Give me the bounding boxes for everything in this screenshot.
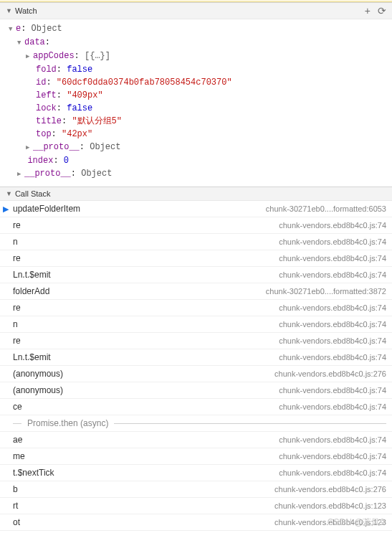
tree-row[interactable]: ▼e: Object	[0, 22, 392, 36]
tree-row[interactable]: fold: false	[0, 63, 392, 76]
frame-location: chunk-vendors.ebd8b4c0.js:74	[279, 402, 386, 411]
tree-row[interactable]: ▶__proto__: Object	[0, 141, 392, 154]
frame-location: chunk-vendors.ebd8b4c0.js:123	[274, 501, 386, 510]
watch-body: ▼e: Object ▼data: ▶appCodes: [{…}] fold:…	[0, 19, 392, 187]
stack-frame[interactable]: Ln.t.$emitchunk-vendors.ebd8b4c0.js:74	[0, 267, 392, 283]
frame-function: ot	[13, 517, 274, 527]
frame-location: chunk-vendors.ebd8b4c0.js:74	[279, 386, 386, 395]
expand-icon[interactable]: ▼	[17, 37, 24, 49]
refresh-icon[interactable]: ⟳	[378, 5, 386, 16]
frame-location: chunk-vendors.ebd8b4c0.js:74	[279, 270, 386, 279]
tree-row[interactable]: ▶appCodes: [{…}]	[0, 49, 392, 63]
stack-frame[interactable]: rechunk-vendors.ebd8b4c0.js:74	[0, 333, 392, 349]
frame-function: ae	[13, 435, 279, 445]
stack-frame[interactable]: rechunk-vendors.ebd8b4c0.js:74	[0, 300, 392, 316]
frame-location: chunk-vendors.ebd8b4c0.js:74	[279, 452, 386, 461]
expand-icon[interactable]: ▶	[26, 142, 33, 154]
collapse-icon[interactable]: ▼	[6, 190, 12, 197]
collapse-icon[interactable]: ▼	[6, 7, 12, 14]
async-marker: Promise.then (async)	[0, 415, 392, 432]
frame-function: updateFolderItem	[13, 204, 266, 214]
add-watch-icon[interactable]: +	[365, 5, 371, 16]
frame-function: rt	[13, 501, 274, 511]
stack-frame[interactable]: nchunk-vendors.ebd8b4c0.js:74	[0, 234, 392, 250]
frame-function: re	[13, 303, 279, 313]
frame-location: chunk-vendors.ebd8b4c0.js:74	[279, 237, 386, 246]
frame-location: chunk-vendors.ebd8b4c0.js:74	[279, 468, 386, 477]
frame-function: Ln.t.$emit	[13, 270, 279, 280]
tree-row[interactable]: ▶__proto__: Object	[0, 167, 392, 181]
stack-frame[interactable]: (anonymous)chunk-vendors.ebd8b4c0.js:276	[0, 366, 392, 382]
tree-row[interactable]: top: "42px"	[0, 128, 392, 141]
callstack-body: ▶updateFolderItemchunk-30271eb0....forma…	[0, 201, 392, 415]
frame-function: t.$nextTick	[13, 468, 279, 478]
tree-row[interactable]: ▼data:	[0, 36, 392, 49]
frame-function: ce	[13, 402, 279, 412]
frame-function: (anonymous)	[13, 369, 274, 379]
frame-location: chunk-vendors.ebd8b4c0.js:276	[274, 485, 386, 494]
frame-function: me	[13, 451, 279, 461]
frame-function: n	[13, 319, 279, 329]
stack-frame[interactable]: folderAddchunk-30271eb0....formatted:387…	[0, 283, 392, 300]
frame-function: n	[13, 237, 279, 247]
stack-frame[interactable]: ▶updateFolderItemchunk-30271eb0....forma…	[0, 201, 392, 217]
frame-location: chunk-vendors.ebd8b4c0.js:74	[279, 320, 386, 329]
stack-frame[interactable]: Ln.t.$emitchunk-vendors.ebd8b4c0.js:74	[0, 349, 392, 366]
current-frame-icon: ▶	[3, 204, 9, 214]
tree-row[interactable]: left: "409px"	[0, 89, 392, 102]
frame-location: chunk-30271eb0....formatted:3872	[266, 287, 386, 296]
tree-row[interactable]: title: "默认分组5"	[0, 115, 392, 128]
tree-row[interactable]: lock: false	[0, 102, 392, 115]
callstack-panel-header[interactable]: ▼ Call Stack	[0, 187, 392, 201]
stack-frame[interactable]: mechunk-vendors.ebd8b4c0.js:74	[0, 448, 392, 465]
watch-panel-title: Watch	[15, 6, 358, 15]
frame-location: chunk-30271eb0....formatted:6053	[266, 204, 386, 213]
expand-icon[interactable]: ▶	[17, 169, 24, 180]
frame-location: chunk-vendors.ebd8b4c0.js:74	[279, 353, 386, 362]
expand-icon[interactable]: ▶	[26, 51, 33, 62]
tree-row[interactable]: id: "60dcf0dda0374b0fab78058454c70370"	[0, 76, 392, 89]
frame-location: chunk-vendors.ebd8b4c0.js:74	[279, 336, 386, 345]
stack-frame[interactable]: (anonymous)chunk-vendors.ebd8b4c0.js:74	[0, 382, 392, 399]
frame-function: re	[13, 253, 279, 263]
expand-icon[interactable]: ▼	[9, 24, 16, 35]
frame-location: chunk-vendors.ebd8b4c0.js:74	[279, 435, 386, 444]
frame-function: b	[13, 484, 274, 494]
frame-location: chunk-vendors.ebd8b4c0.js:74	[279, 221, 386, 230]
stack-frame[interactable]: aechunk-vendors.ebd8b4c0.js:74	[0, 432, 392, 448]
frame-location: chunk-vendors.ebd8b4c0.js:74	[279, 254, 386, 263]
stack-frame[interactable]: rechunk-vendors.ebd8b4c0.js:74	[0, 250, 392, 267]
stack-frame[interactable]: cechunk-vendors.ebd8b4c0.js:74	[0, 399, 392, 415]
frame-function: re	[13, 336, 279, 346]
stack-frame[interactable]: bchunk-vendors.ebd8b4c0.js:276	[0, 481, 392, 498]
stack-frame[interactable]: rtchunk-vendors.ebd8b4c0.js:123	[0, 498, 392, 514]
stack-frame[interactable]: t.$nextTickchunk-vendors.ebd8b4c0.js:74	[0, 465, 392, 481]
frame-function: (anonymous)	[13, 385, 279, 395]
stack-frame[interactable]: nchunk-vendors.ebd8b4c0.js:74	[0, 316, 392, 333]
frame-function: Ln.t.$emit	[13, 352, 279, 362]
frame-location: chunk-vendors.ebd8b4c0.js:74	[279, 303, 386, 312]
tree-row[interactable]: index: 0	[0, 154, 392, 167]
callstack-panel-title: Call Stack	[15, 189, 386, 198]
frame-location: chunk-vendors.ebd8b4c0.js:276	[274, 369, 386, 378]
stack-frame[interactable]: rechunk-vendors.ebd8b4c0.js:74	[0, 217, 392, 234]
watch-panel-header[interactable]: ▼ Watch + ⟳	[0, 2, 392, 19]
async-label: Promise.then (async)	[27, 418, 108, 428]
frame-function: re	[13, 220, 279, 230]
frame-function: folderAdd	[13, 286, 266, 296]
watermark: CSDN @蓝风9	[328, 517, 385, 529]
